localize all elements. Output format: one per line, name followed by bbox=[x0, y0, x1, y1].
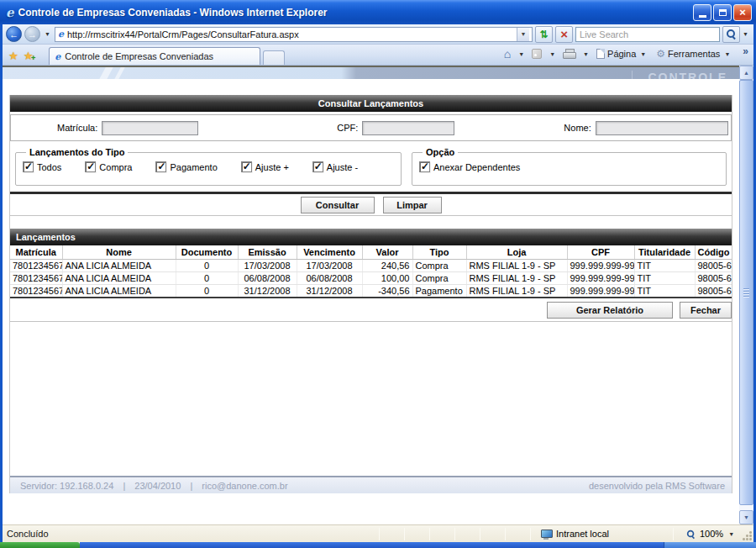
toolbar-overflow-icon[interactable]: » bbox=[743, 45, 748, 57]
nome-input[interactable] bbox=[596, 121, 728, 135]
checkbox-option[interactable]: Pagamento bbox=[155, 161, 217, 172]
zoom-control[interactable]: 100% ▼ bbox=[685, 529, 749, 540]
table-row[interactable]: 7801234567ANA LICIA ALMEIDA031/12/200831… bbox=[10, 285, 732, 298]
page-menu-button[interactable]: Página ▼ bbox=[594, 48, 650, 60]
table-cell: 999.999.999-99 bbox=[567, 260, 634, 272]
forward-button[interactable]: → bbox=[24, 26, 40, 42]
url-text[interactable]: http://rmscitrix44/PortalCrm/Pages/Consu… bbox=[67, 29, 517, 40]
close-button[interactable]: × bbox=[733, 4, 752, 21]
page-menu-label: Página bbox=[607, 49, 636, 59]
start-button-fragment[interactable] bbox=[0, 542, 80, 548]
title-bar: e Controle de Empresas Conveniadas - Win… bbox=[0, 0, 756, 24]
stop-icon: × bbox=[560, 29, 568, 40]
table-cell: 31/12/2008 bbox=[238, 285, 297, 298]
table-cell: TIT bbox=[634, 260, 695, 272]
security-zone[interactable]: Intranet local bbox=[541, 529, 648, 539]
checkbox-option[interactable]: Ajuste - bbox=[312, 161, 358, 172]
checkbox-option[interactable]: Ajuste + bbox=[241, 161, 289, 172]
checkbox[interactable] bbox=[241, 161, 252, 172]
checkbox[interactable] bbox=[155, 161, 166, 172]
tab-controle[interactable]: e Controle de Empresas Conveniadas bbox=[49, 47, 260, 65]
taskbar-tray-fragment bbox=[664, 542, 756, 548]
footer-separator: | bbox=[123, 481, 125, 491]
fechar-button[interactable]: Fechar bbox=[680, 302, 732, 319]
feeds-button[interactable] bbox=[529, 48, 544, 60]
table-cell: 100,00 bbox=[362, 272, 412, 285]
home-dropdown-icon[interactable]: ▼ bbox=[517, 51, 526, 57]
stop-button[interactable]: × bbox=[555, 26, 573, 43]
tools-menu-label: Ferramentas bbox=[668, 49, 720, 59]
print-button[interactable] bbox=[560, 48, 578, 60]
limpar-button[interactable]: Limpar bbox=[383, 197, 442, 213]
vertical-scrollbar[interactable]: ▲ ▼ bbox=[739, 66, 753, 524]
scrollbar-thumb[interactable] bbox=[739, 80, 753, 505]
table-row[interactable]: 7801234567ANA LICIA ALMEIDA006/08/200806… bbox=[10, 272, 732, 285]
table-cell: 7801234567 bbox=[10, 285, 62, 298]
scroll-down-button[interactable]: ▼ bbox=[739, 510, 753, 524]
checkbox-option[interactable]: Todos bbox=[23, 161, 61, 172]
page-icon bbox=[596, 49, 605, 59]
column-header: Código bbox=[695, 245, 732, 260]
checkbox-label: Ajuste + bbox=[255, 162, 289, 172]
consultar-button[interactable]: Consultar bbox=[301, 197, 375, 213]
add-favorite-icon[interactable]: ★ bbox=[24, 50, 34, 62]
back-button[interactable]: ← bbox=[6, 26, 22, 42]
back-icon: ← bbox=[9, 29, 18, 40]
checkbox[interactable] bbox=[23, 161, 34, 172]
tools-menu-button[interactable]: ⚙ Ferramentas ▼ bbox=[654, 48, 734, 60]
site-banner: CONTROLE bbox=[3, 66, 739, 79]
zoom-dropdown-icon[interactable]: ▼ bbox=[727, 531, 736, 537]
table-cell: 0 bbox=[176, 285, 238, 298]
cpf-input[interactable] bbox=[362, 121, 454, 135]
checkbox-label: Anexar Dependentes bbox=[433, 162, 520, 172]
table-cell: TIT bbox=[634, 272, 695, 285]
table-cell: 31/12/2008 bbox=[297, 285, 362, 298]
banner-stripe bbox=[97, 66, 115, 79]
column-header: Documento bbox=[176, 245, 238, 260]
column-header: Nome bbox=[62, 245, 176, 260]
home-button[interactable]: ⌂ bbox=[501, 48, 513, 61]
print-dropdown-icon[interactable]: ▼ bbox=[581, 51, 591, 57]
footer-date: 23/04/2010 bbox=[134, 481, 181, 491]
statusbar-divider bbox=[673, 528, 674, 540]
feeds-dropdown-icon[interactable]: ▼ bbox=[548, 51, 557, 57]
checkbox[interactable] bbox=[419, 161, 430, 172]
restore-icon bbox=[719, 9, 727, 16]
forward-icon: → bbox=[28, 29, 37, 40]
new-tab-button[interactable] bbox=[263, 50, 285, 65]
address-dropdown-button[interactable]: ▼ bbox=[517, 28, 529, 41]
column-header: CPF bbox=[567, 245, 634, 260]
search-input[interactable] bbox=[576, 29, 719, 40]
tipo-checkbox-group: TodosCompraPagamentoAjuste +Ajuste - bbox=[23, 161, 394, 172]
checkbox-option[interactable]: Anexar Dependentes bbox=[419, 161, 520, 172]
restore-button[interactable] bbox=[713, 4, 732, 21]
checkbox[interactable] bbox=[312, 161, 323, 172]
statusbar-divider bbox=[454, 528, 455, 540]
zoom-icon bbox=[686, 529, 696, 538]
minimize-button[interactable] bbox=[693, 4, 711, 21]
search-button[interactable] bbox=[722, 26, 740, 43]
refresh-button[interactable]: ⇅ bbox=[535, 26, 553, 43]
history-dropdown-icon[interactable]: ▼ bbox=[43, 31, 52, 37]
checkbox[interactable] bbox=[85, 161, 96, 172]
search-dropdown-icon[interactable]: ▼ bbox=[741, 31, 750, 37]
browser-viewport: CONTROLE Consultar Lançamentos Matrícula… bbox=[3, 66, 753, 524]
gerar-relatorio-button[interactable]: Gerar Relatório bbox=[547, 302, 673, 319]
statusbar-divider bbox=[379, 528, 380, 540]
checkbox-option[interactable]: Compra bbox=[85, 161, 132, 172]
resize-grip[interactable] bbox=[742, 530, 753, 541]
table-cell: 06/08/2008 bbox=[297, 272, 362, 285]
feeds-icon bbox=[532, 49, 542, 59]
results-table: MatrículaNomeDocumentoEmissãoVencimentoV… bbox=[10, 245, 732, 298]
close-icon: × bbox=[739, 7, 746, 18]
empty-space bbox=[10, 322, 732, 476]
address-field[interactable]: e http://rmscitrix44/PortalCrm/Pages/Con… bbox=[55, 27, 533, 42]
favorites-center-icon[interactable]: ★ bbox=[8, 50, 18, 62]
table-cell: -340,56 bbox=[362, 285, 412, 298]
status-bar: Concluído Intranet local 100% ▼ bbox=[3, 524, 753, 542]
table-row[interactable]: 7801234567ANA LICIA ALMEIDA017/03/200817… bbox=[10, 260, 732, 272]
scroll-up-button[interactable]: ▲ bbox=[739, 66, 753, 80]
matricula-label: Matrícula: bbox=[57, 123, 97, 133]
nome-label: Nome: bbox=[564, 123, 591, 133]
matricula-input[interactable] bbox=[102, 121, 198, 135]
